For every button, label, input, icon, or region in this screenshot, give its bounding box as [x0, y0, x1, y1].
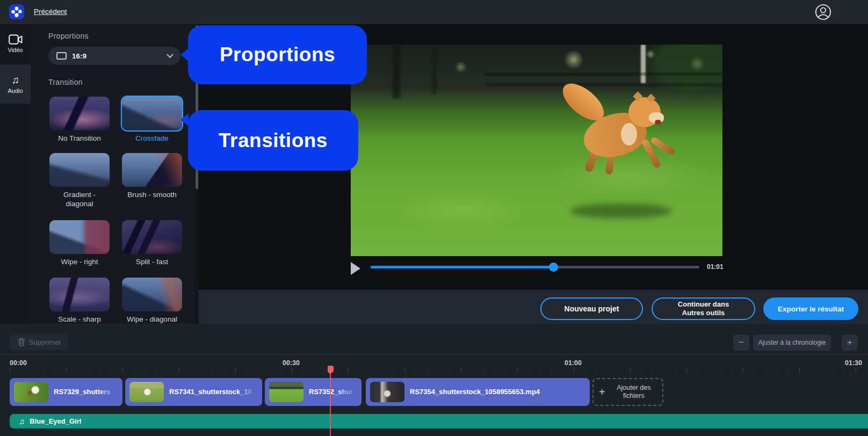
audio-track-name: Blue_Eyed_Girl	[30, 417, 81, 425]
aspect-ratio-value: 16:9	[72, 52, 86, 60]
playhead-handle[interactable]	[328, 366, 334, 372]
video-editor-app: Précédent Vidéo ♫ Audio Proportions	[0, 0, 868, 436]
clip-name-fade	[98, 378, 122, 406]
proportions-section-label: Proportions	[48, 32, 89, 40]
sidebar-item-label: Audio	[8, 88, 23, 94]
new-project-button[interactable]: Nouveau projet	[540, 297, 643, 320]
aspect-ratio-dropdown[interactable]: 16:9	[48, 47, 180, 65]
button-label: Ajuster à la chronologie	[758, 339, 826, 346]
plus-icon: +	[599, 386, 605, 398]
transition-label: Brush - smooth	[122, 190, 182, 199]
callout-text: Transitions	[219, 129, 328, 152]
callout-tail	[180, 113, 189, 126]
clip-name: RS7354_shutterstock_1058955653.mp4	[410, 378, 587, 406]
playback-slider[interactable]	[371, 266, 699, 268]
transition-section-label: Transition	[48, 78, 83, 86]
clip-thumbnail	[14, 382, 48, 402]
ruler-label: 01:00	[565, 359, 582, 367]
trash-icon	[18, 338, 25, 346]
transition-thumbnail	[122, 220, 182, 254]
playhead-line	[330, 366, 331, 436]
callout-text: Proportions	[220, 43, 335, 66]
timeline-clip-1[interactable]: RS7329_shutters	[10, 378, 122, 406]
transition-label: Wipe - diagonal	[122, 315, 182, 324]
play-button[interactable]	[351, 262, 360, 275]
transition-thumbnail	[49, 278, 110, 311]
continue-other-tools-button[interactable]: Continuer dans Autres outils	[652, 297, 755, 320]
action-bar: Nouveau projet Continuer dans Autres out…	[199, 290, 868, 324]
sidebar-item-video[interactable]: Vidéo	[0, 24, 31, 63]
clip-thumbnail	[370, 382, 404, 402]
top-bar: Précédent	[0, 0, 868, 24]
transition-thumbnail	[49, 220, 110, 254]
duration-label: 01:01	[707, 263, 724, 271]
slider-thumb[interactable]	[549, 263, 558, 272]
proportions-callout: Proportions	[188, 25, 367, 84]
fit-to-timeline-button[interactable]: Ajuster à la chronologie	[753, 335, 831, 351]
delete-label: Supprimer	[29, 338, 61, 346]
transitions-callout: Transitions	[188, 110, 358, 171]
dog-shadow	[570, 204, 672, 219]
transition-label: Scale - sharp	[49, 315, 110, 324]
transition-option-no-transition[interactable]: No Transition	[49, 97, 110, 143]
ruler-label: 00:00	[10, 359, 27, 367]
callout-tail	[180, 48, 189, 61]
app-logo-icon[interactable]	[9, 4, 24, 19]
user-avatar-icon[interactable]	[815, 4, 831, 20]
minus-icon: −	[739, 337, 744, 348]
sidebar-item-audio[interactable]: ♫ Audio	[0, 64, 31, 104]
tool-rail: Vidéo ♫ Audio	[0, 24, 31, 324]
timeline-clip-2[interactable]: RS7341_shutterstock_10	[125, 378, 262, 406]
transition-label: Crossfade	[122, 134, 182, 143]
button-label: Continuer dans	[678, 300, 729, 309]
logo-dots	[9, 4, 24, 19]
transition-label: Wipe - right	[49, 257, 110, 266]
clip-name-fade	[237, 378, 262, 406]
add-files-button[interactable]: + Ajouter des fichiers	[592, 378, 663, 406]
add-files-label: Ajouter des fichiers	[605, 384, 662, 400]
chevron-down-icon	[167, 54, 173, 59]
transition-option-wipe-right[interactable]: Wipe - right	[49, 220, 110, 266]
transition-thumbnail	[49, 153, 110, 187]
transition-option-scale-sharp[interactable]: Scale - sharp	[49, 278, 110, 324]
button-label: Nouveau projet	[565, 304, 619, 313]
transition-label: Split - fast	[122, 257, 182, 266]
slider-progress-fill	[371, 266, 553, 268]
timeline-zoom-out-button[interactable]: −	[733, 335, 749, 351]
music-note-icon: ♫	[11, 75, 19, 85]
ruler-label: 01:30	[845, 359, 862, 367]
transition-thumbnail	[49, 97, 110, 130]
transition-thumbnail	[122, 97, 182, 130]
transition-option-split-fast[interactable]: Split - fast	[122, 220, 182, 266]
export-result-button[interactable]: Exporter le résultat	[763, 297, 858, 320]
button-label: Exporter le résultat	[778, 305, 844, 313]
transition-option-gradient-diagonal[interactable]: Gradient - diagonal	[49, 153, 110, 208]
transition-label: No Transition	[49, 134, 110, 143]
transition-option-brush-smooth[interactable]: Brush - smooth	[122, 153, 182, 199]
audio-track[interactable]: ♫ Blue_Eyed_Girl	[10, 414, 868, 428]
delete-button[interactable]: Supprimer	[10, 334, 68, 350]
transition-label: Gradient - diagonal	[49, 190, 110, 208]
transition-option-crossfade[interactable]: Crossfade	[122, 97, 182, 143]
transition-option-wipe-diagonal[interactable]: Wipe - diagonal	[122, 278, 182, 324]
clip-name-fade	[337, 378, 361, 406]
aspect-ratio-icon	[56, 52, 67, 60]
timeline-clip-4[interactable]: RS7354_shutterstock_1058955653.mp4	[366, 378, 590, 406]
clip-thumbnail	[129, 382, 164, 402]
timeline-ruler: 00:00 00:30 01:00 01:30	[0, 354, 868, 375]
transition-thumbnail	[122, 153, 182, 187]
plus-icon: +	[847, 337, 852, 348]
ruler-label: 00:30	[283, 359, 300, 367]
transition-thumbnail	[122, 278, 182, 311]
timeline-clip-3[interactable]: RS7352_shut	[265, 378, 361, 406]
sidebar-item-label: Vidéo	[8, 47, 23, 53]
video-camera-icon	[9, 34, 23, 45]
music-note-icon: ♫	[19, 417, 25, 426]
timeline-zoom-in-button[interactable]: +	[842, 335, 858, 351]
timeline-section: Supprimer − Ajuster à la chronologie + 0…	[0, 324, 868, 436]
back-link[interactable]: Précédent	[34, 8, 67, 16]
settings-panel: Proportions 16:9 Transition No Transitio…	[31, 24, 194, 324]
video-preview	[351, 45, 722, 256]
running-dog	[558, 81, 670, 188]
button-label: Autres outils	[682, 309, 725, 317]
